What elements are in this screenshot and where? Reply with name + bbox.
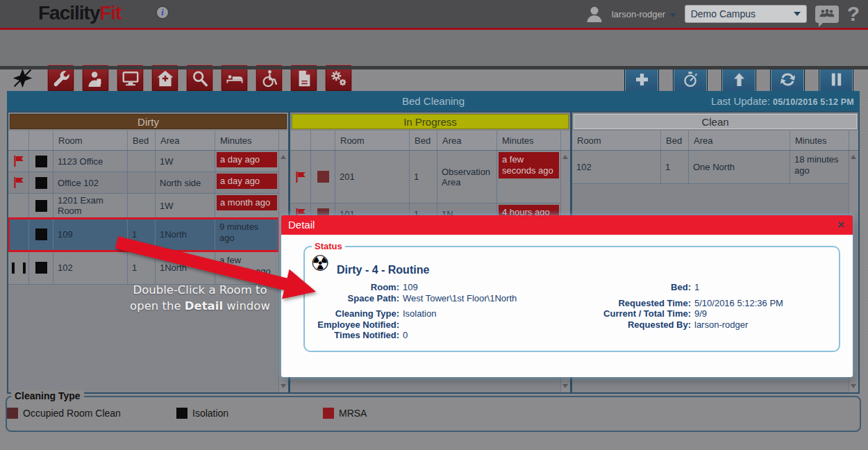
settings-icon [330,69,348,88]
table-row[interactable]: 2011Observation Areaa few seconds ago [290,151,561,203]
add-icon [633,71,651,88]
panel-header-inprogress: In Progress [292,114,569,129]
scroll-down-icon[interactable] [281,384,286,388]
document-icon [295,69,313,88]
cell-area: One North [689,151,790,183]
detail-field: Cleaning Type:Isolation [310,308,574,319]
col-header-scroll-spacer [561,131,570,150]
detail-field: Requested By:larson-rodger [580,319,841,331]
detail-field: Bed:1 [580,282,841,293]
bed-icon [226,69,244,88]
info-icon[interactable]: i [156,6,169,19]
help-button[interactable]: ? [847,3,860,24]
scroll-up-icon[interactable] [562,155,568,159]
field-label: Requested Time: [580,298,691,309]
legend-item-label: Occupied Room Clean [23,408,121,419]
col-header-minutes: Minutes [790,131,849,150]
cell-area: 1W [156,151,215,172]
cell-status-icon [8,251,29,284]
field-value: 9/9 [694,308,707,319]
username-menu[interactable]: larson-rodger [612,9,676,19]
last-update: Last Update: 05/10/2016 5:12 PM [711,95,854,107]
toolbar-refresh-button[interactable] [771,67,804,92]
cell-cleaning-type [29,251,53,284]
table-row[interactable]: 1021One North18 minutes ago [572,151,849,184]
legend-item: MRSA [323,408,367,419]
toolbar-add-button[interactable] [625,67,658,92]
refresh-icon [779,71,796,88]
campus-select[interactable]: Demo Campus [685,5,807,23]
table-row[interactable]: Office 102North sidea day ago [8,172,279,194]
radiation-icon: ☢ [310,253,330,274]
cleaning-type-legend: Cleaning Type IsolationMRSAOccupied Room… [6,396,861,432]
pause-icon [12,262,26,274]
field-value: larson-rodger [694,319,748,331]
cell-cleaning-type [29,218,53,251]
toolbar-action-group [625,67,853,92]
table-row[interactable]: 1201 Exam Room1Wa month ago [8,194,279,218]
campus-select-value: Demo Campus [691,8,756,19]
scroll-down-icon[interactable] [562,384,568,388]
cell-room: 102 [53,251,128,284]
legend-item-label: Isolation [192,408,228,419]
field-label: Times Notified: [310,330,399,341]
table-row[interactable]: 10211Northa few seconds ago [8,251,279,285]
field-value: 5/10/2016 5:12:36 PM [694,298,783,309]
user-avatar-icon [585,5,603,23]
feedback-button[interactable] [815,6,839,23]
legend-title: Cleaning Type [11,390,84,401]
detail-fields-left: Room:109Space Path:West Tower\1st Floor\… [310,282,574,341]
cleaning-type-square-icon [317,171,329,183]
annotation-text: Double-Click a Room to open the Detail w… [104,282,296,315]
scroll-up-icon[interactable] [851,155,856,159]
community-icon [818,8,836,19]
compass-icon [11,67,34,90]
cell-cleaning-type [29,172,53,193]
field-label: Current / Total Time: [580,308,691,319]
column-header-row: RoomBedAreaMinutes [8,131,288,151]
table-row[interactable]: 10911North9 minutes ago [8,218,279,251]
scroll-down-icon[interactable] [851,384,856,388]
field-value: 1 [694,282,699,293]
cell-bed: 1 [661,151,689,183]
toolbar-up-button[interactable] [722,67,756,92]
field-label: Requested By: [580,319,691,331]
col-header-area: Area [437,131,497,150]
cell-minutes: a month ago [215,194,279,217]
cleaning-type-square-icon [35,177,47,189]
cell-status-icon [8,172,29,193]
cell-cleaning-type [29,151,53,172]
scroll-up-icon[interactable] [281,155,286,159]
detail-field: Room:109 [310,282,574,293]
status-legend: Status [312,241,345,251]
cell-minutes: a few seconds ago [215,251,279,284]
cell-bed [128,172,156,193]
col-header-scroll-spacer [849,131,858,150]
app-header: FacilityFit i larson-rodger Demo Campus … [0,0,868,28]
legend-color-square-icon [176,408,187,419]
col-header-bed: Bed [410,131,437,150]
close-icon[interactable]: × [837,218,844,232]
table-row[interactable]: 1123 Office1Wa day ago [8,151,279,172]
cell-minutes: 18 minutes ago [790,151,849,183]
detail-modal-title: Detail [288,219,315,231]
cell-status-icon [8,151,29,172]
wrench-icon [52,69,70,88]
minutes-text: a few seconds ago [217,253,277,279]
cell-bed: 1 [128,251,156,284]
toolbar-timer-button[interactable] [674,67,707,92]
col-header-minutes: Minutes [497,131,561,150]
detail-field: Current / Total Time:9/9 [580,308,841,319]
detail-field: Space Path:West Tower\1st Floor\1North [310,293,574,304]
col-header-minutes: Minutes [215,131,279,150]
cell-status-icon [8,194,29,217]
cell-cleaning-type [311,151,335,203]
col-header-flag [290,131,311,150]
col-header-bed: Bed [661,131,689,150]
toolbar-pause-button[interactable] [819,67,853,92]
detail-fields-right: Bed:1Requested Time:5/10/2016 5:12:36 PM… [580,282,841,330]
wheelchair-icon [260,69,278,88]
cell-status-icon [8,218,29,251]
col-header-area: Area [156,131,215,150]
cell-minutes: a few seconds ago [497,151,561,203]
